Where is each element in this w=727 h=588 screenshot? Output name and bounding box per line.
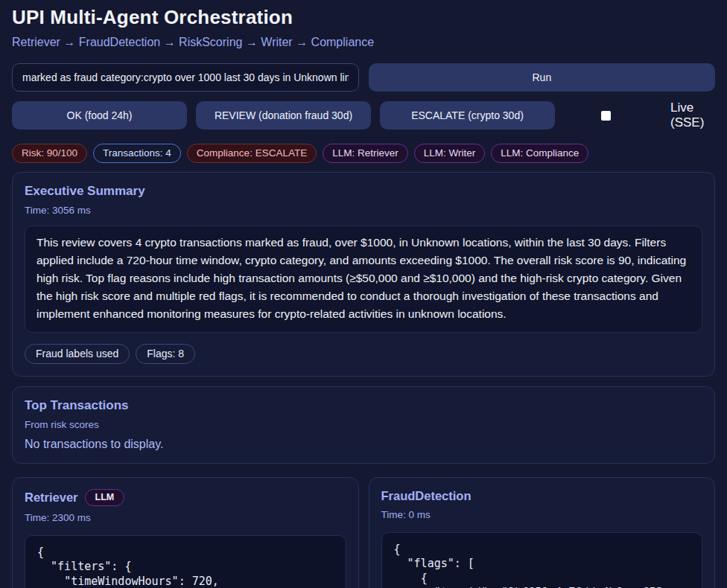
agent-grid: Retriever LLM Time: 2300 ms { "filters":… bbox=[12, 477, 715, 588]
llm-retriever-badge: LLM: Retriever bbox=[323, 144, 408, 163]
breadcrumb: Retriever → FraudDetection → RiskScoring… bbox=[12, 36, 715, 49]
frauddetection-card-header: FraudDetection bbox=[381, 489, 703, 503]
frauddetection-title: FraudDetection bbox=[381, 489, 472, 503]
top-transactions-empty-message: No transactions to display. bbox=[25, 438, 702, 451]
preset-review-button[interactable]: REVIEW (donation fraud 30d) bbox=[196, 101, 371, 130]
top-transactions-subtitle: From risk scores bbox=[25, 419, 702, 430]
compliance-badge: Compliance: ESCALATE bbox=[187, 144, 317, 163]
retriever-card-header: Retriever LLM bbox=[25, 489, 346, 506]
frauddetection-card: FraudDetection Time: 0 ms { "flags": [ {… bbox=[369, 477, 716, 588]
frauddetection-output-json: { "flags": [ { "txn_id": "2bf651e4-76dd-… bbox=[381, 532, 703, 588]
fraud-labels-badge: Fraud labels used bbox=[25, 344, 130, 364]
retriever-time: Time: 2300 ms bbox=[25, 512, 346, 523]
llm-compliance-badge: LLM: Compliance bbox=[491, 144, 588, 163]
frauddetection-time: Time: 0 ms bbox=[381, 509, 703, 520]
preset-escalate-button[interactable]: ESCALATE (crypto 30d) bbox=[380, 101, 555, 130]
run-button[interactable]: Run bbox=[369, 63, 715, 92]
llm-writer-badge: LLM: Writer bbox=[414, 144, 486, 163]
transactions-badge: Transactions: 4 bbox=[93, 144, 181, 163]
page-title: UPI Multi-Agent Orchestration bbox=[12, 6, 715, 29]
retriever-title: Retriever bbox=[25, 490, 78, 505]
risk-badge: Risk: 90/100 bbox=[12, 144, 87, 163]
retriever-output-json: { "filters": { "timeWindowHours": 720, "… bbox=[25, 535, 346, 588]
live-sse-checkbox[interactable] bbox=[601, 111, 611, 121]
preset-ok-button[interactable]: OK (food 24h) bbox=[12, 101, 187, 130]
top-transactions-title: Top Transactions bbox=[25, 398, 702, 413]
retriever-llm-badge: LLM bbox=[85, 489, 125, 506]
app-root: UPI Multi-Agent Orchestration Retriever … bbox=[0, 0, 727, 588]
query-row: Run bbox=[12, 63, 715, 92]
status-badges: Risk: 90/100 Transactions: 4 Compliance:… bbox=[12, 144, 715, 163]
executive-summary-time: Time: 3056 ms bbox=[25, 205, 702, 216]
live-sse-label: Live (SSE) bbox=[670, 100, 709, 131]
summary-badges: Fraud labels used Flags: 8 bbox=[25, 344, 702, 364]
retriever-card: Retriever LLM Time: 2300 ms { "filters":… bbox=[12, 477, 359, 588]
flags-count-badge: Flags: 8 bbox=[136, 344, 195, 364]
executive-summary-body: This review covers 4 crypto transactions… bbox=[25, 226, 702, 333]
executive-summary-card: Executive Summary Time: 3056 ms This rev… bbox=[12, 172, 715, 377]
executive-summary-title: Executive Summary bbox=[25, 184, 702, 199]
top-transactions-card: Top Transactions From risk scores No tra… bbox=[12, 386, 715, 464]
preset-row: OK (food 24h) REVIEW (donation fraud 30d… bbox=[12, 100, 715, 131]
query-input[interactable] bbox=[12, 63, 359, 92]
